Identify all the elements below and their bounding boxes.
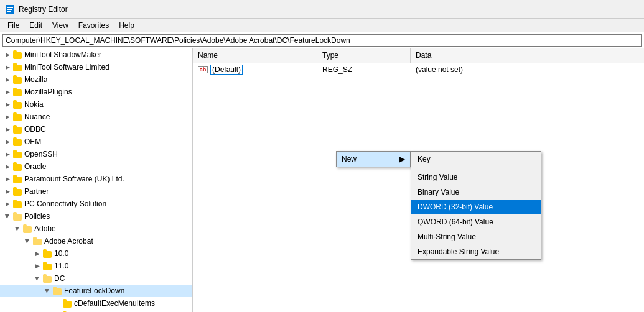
tree-panel[interactable]: ▶ MiniTool ShadowMaker ▶ MiniTool Softwa…	[0, 48, 193, 312]
tree-item-pc-connectivity[interactable]: ▶ PC Connectivity Solution	[0, 198, 192, 210]
menu-favorites[interactable]: Favorites	[73, 20, 114, 31]
folder-icon	[12, 63, 22, 71]
tree-item-odbc[interactable]: ▶ ODBC	[0, 123, 192, 135]
folder-icon	[12, 125, 22, 134]
tree-label: MiniTool Software Limited	[24, 63, 110, 71]
tree-label: PC Connectivity Solution	[24, 200, 106, 208]
submenu-item-multistring[interactable]: Multi-String Value	[411, 229, 541, 244]
right-panel: Name Type Data ab (Default) REG_SZ (valu…	[193, 48, 644, 312]
col-header-name: Name	[193, 48, 317, 63]
submenu-item-dword[interactable]: DWORD (32-bit) Value	[411, 200, 541, 214]
folder-icon	[12, 200, 22, 208]
tree-item-oracle[interactable]: ▶ Oracle	[0, 160, 192, 173]
expand-icon[interactable]: ▶	[2, 199, 12, 209]
expand-icon[interactable]: ▶	[2, 149, 12, 159]
submenu-item-binary[interactable]: Binary Value	[411, 185, 541, 200]
folder-icon	[42, 274, 52, 283]
expand-icon[interactable]: ▶	[22, 236, 32, 246]
folder-icon	[12, 175, 22, 183]
tree-item-minitool-shadowmaker[interactable]: ▶ MiniTool ShadowMaker	[0, 48, 192, 61]
tree-label: Paramount Software (UK) Ltd.	[24, 175, 124, 183]
menu-view[interactable]: View	[47, 20, 73, 31]
expand-icon[interactable]: ▶	[2, 124, 12, 134]
tree-item-featurelockdown[interactable]: ▶ FeatureLockDown	[0, 285, 192, 297]
cell-data: (value not set)	[411, 64, 644, 75]
tree-item-oem[interactable]: ▶ OEM	[0, 135, 192, 148]
expand-icon[interactable]: ▶	[2, 211, 12, 221]
folder-icon	[12, 75, 22, 84]
menu-file[interactable]: File	[2, 20, 24, 31]
expand-icon[interactable]: ▶	[2, 50, 12, 60]
expand-icon[interactable]: ▶	[42, 286, 52, 296]
submenu-item-expandable[interactable]: Expandable String Value	[411, 244, 541, 259]
expand-icon[interactable]: ▶	[2, 99, 12, 109]
expand-icon[interactable]: ▶	[2, 137, 12, 147]
tree-item-mozilla[interactable]: ▶ Mozilla	[0, 73, 192, 86]
menu-edit[interactable]: Edit	[24, 20, 47, 31]
expand-icon[interactable]: ▶	[2, 162, 12, 172]
tree-item-11[interactable]: ▶ 11.0	[0, 260, 192, 272]
tree-item-nokia[interactable]: ▶ Nokia	[0, 98, 192, 111]
new-label: New	[342, 155, 357, 163]
table-row[interactable]: ab (Default) REG_SZ (value not set)	[193, 63, 644, 76]
tree-item-10[interactable]: ▶ 10.0	[0, 247, 192, 260]
tree-item-openssh[interactable]: ▶ OpenSSH	[0, 148, 192, 160]
tree-label: OEM	[24, 137, 41, 146]
title-bar: Registry Editor	[0, 0, 644, 19]
submenu-item-key[interactable]: Key	[411, 152, 541, 167]
expand-icon[interactable]: ▶	[2, 62, 12, 72]
cell-type: REG_SZ	[317, 64, 411, 75]
tree-item-policies[interactable]: ▶ Policies	[0, 210, 192, 223]
menu-help[interactable]: Help	[114, 20, 139, 31]
tree-item-paramount[interactable]: ▶ Paramount Software (UK) Ltd.	[0, 173, 192, 185]
tree-item-cdefaultexecmenuitems[interactable]: cDefaultExecMenuItems	[0, 297, 192, 310]
folder-icon	[62, 299, 72, 308]
submenu-item-label: String Value	[418, 173, 457, 181]
expand-icon[interactable]: ▶	[32, 273, 42, 283]
tree-label: MozillaPlugins	[24, 88, 72, 96]
folder-icon	[42, 262, 52, 270]
tree-item-mozilla-plugins[interactable]: ▶ MozillaPlugins	[0, 86, 192, 98]
app-title: Registry Editor	[19, 5, 68, 14]
tree-item-adobe[interactable]: ▶ Adobe	[0, 223, 192, 235]
address-input[interactable]	[2, 34, 642, 47]
submenu-item-label: DWORD (32-bit) Value	[418, 203, 493, 211]
expand-icon[interactable]: ▶	[2, 75, 12, 85]
tree-label: ODBC	[24, 125, 46, 134]
tree-item-partner[interactable]: ▶ Partner	[0, 185, 192, 198]
tree-item-adobe-acrobat[interactable]: ▶ Adobe Acrobat	[0, 235, 192, 247]
svg-rect-2	[7, 9, 12, 10]
context-menu-new-item[interactable]: New ▶	[337, 152, 410, 167]
expand-icon[interactable]: ▶	[32, 261, 42, 271]
tree-label: Nuance	[24, 112, 50, 121]
tree-item-dc[interactable]: ▶ DC	[0, 272, 192, 285]
address-bar	[0, 32, 644, 48]
expand-icon[interactable]: ▶	[2, 186, 12, 196]
expand-icon[interactable]: ▶	[12, 224, 22, 234]
folder-icon	[12, 88, 22, 96]
folder-icon	[12, 112, 22, 121]
tree-label: DC	[54, 274, 65, 283]
folder-icon	[12, 137, 22, 146]
expand-icon[interactable]: ▶	[2, 112, 12, 122]
folder-icon	[12, 187, 22, 196]
expand-icon[interactable]: ▶	[2, 87, 12, 97]
tree-label: MiniTool ShadowMaker	[24, 50, 101, 59]
submenu-item-string[interactable]: String Value	[411, 170, 541, 185]
table-header: Name Type Data	[193, 48, 644, 63]
tree-item-cdefaultfindattachment[interactable]: cDefaultFindAttachmentPerms	[0, 310, 192, 312]
tree-item-nuance[interactable]: ▶ Nuance	[0, 111, 192, 123]
menu-bar: File Edit View Favorites Help	[0, 19, 644, 32]
tree-label: Partner	[24, 187, 49, 196]
expand-icon[interactable]: ▶	[2, 174, 12, 184]
submenu-item-label: QWORD (64-bit) Value	[418, 218, 493, 226]
tree-label: Adobe	[34, 224, 56, 233]
tree-item-minitool-software[interactable]: ▶ MiniTool Software Limited	[0, 61, 192, 73]
submenu-item-qword[interactable]: QWORD (64-bit) Value	[411, 214, 541, 229]
folder-icon	[22, 224, 32, 233]
col-header-data: Data	[411, 48, 644, 63]
svg-rect-1	[7, 7, 13, 8]
submenu-arrow-icon: ▶	[399, 155, 405, 163]
expand-icon[interactable]: ▶	[32, 249, 42, 259]
folder-icon	[12, 162, 22, 171]
